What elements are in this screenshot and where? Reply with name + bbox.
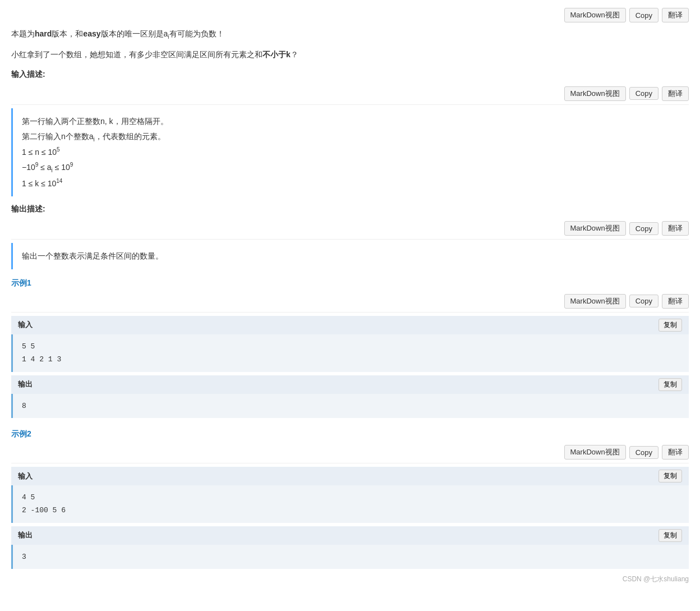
example2-input-copy-btn[interactable]: 复制 bbox=[658, 470, 682, 483]
example2-input-line2: 2 -100 5 6 bbox=[22, 504, 680, 517]
example1-input-label: 输入 bbox=[18, 320, 33, 330]
top-toolbar: MarkDown视图 Copy 翻译 bbox=[11, 6, 689, 27]
example2-output-body: 3 bbox=[11, 545, 689, 569]
intro-line2: 小红拿到了一个数组，她想知道，有多少非空区间满足区间所有元素之和不小于k？ bbox=[11, 48, 689, 62]
example2-input-line1: 4 5 bbox=[22, 491, 680, 504]
example1-output-header: 输出 复制 bbox=[11, 375, 689, 394]
top-markdown-btn[interactable]: MarkDown视图 bbox=[564, 8, 626, 22]
example1-input-line2: 1 4 2 1 3 bbox=[22, 353, 680, 366]
example2-toolbar: MarkDown视图 Copy 翻译 bbox=[11, 442, 689, 463]
input-markdown-btn[interactable]: MarkDown视图 bbox=[564, 86, 626, 101]
input-translate-btn[interactable]: 翻译 bbox=[662, 86, 689, 101]
example2-input-label: 输入 bbox=[18, 471, 33, 481]
example1-title: 示例1 bbox=[11, 278, 689, 288]
example2-translate-btn[interactable]: 翻译 bbox=[662, 445, 689, 460]
output-desc-toolbar: MarkDown视图 Copy 翻译 bbox=[11, 218, 689, 240]
example1-translate-btn[interactable]: 翻译 bbox=[662, 294, 689, 309]
example1-output-body: 8 bbox=[11, 394, 689, 418]
output-translate-btn[interactable]: 翻译 bbox=[662, 221, 689, 236]
page-container: MarkDown视图 Copy 翻译 本题为hard版本，和easy版本的唯一区… bbox=[0, 0, 700, 607]
example1-input-header: 输入 复制 bbox=[11, 316, 689, 334]
intro-line1: 本题为hard版本，和easy版本的唯一区别是ai有可能为负数！ bbox=[11, 29, 224, 38]
output-markdown-btn[interactable]: MarkDown视图 bbox=[564, 221, 626, 236]
example2-copy-btn[interactable]: Copy bbox=[629, 446, 658, 459]
example1-toolbar: MarkDown视图 Copy 翻译 bbox=[11, 291, 689, 313]
example1-input-copy-btn[interactable]: 复制 bbox=[658, 319, 682, 332]
intro-text: 本题为hard版本，和easy版本的唯一区别是ai有可能为负数！ bbox=[11, 27, 689, 42]
output-desc-text: 输出一个整数表示满足条件区间的数量。 bbox=[22, 251, 163, 260]
output-desc-content: 输出一个整数表示满足条件区间的数量。 bbox=[11, 243, 689, 269]
example1-output-value: 8 bbox=[22, 399, 680, 412]
example2-input-body: 4 5 2 -100 5 6 bbox=[11, 485, 689, 523]
input-desc-title: 输入描述: bbox=[11, 70, 689, 80]
example2-input-section: 输入 复制 4 5 2 -100 5 6 bbox=[11, 467, 689, 523]
example1-input-line1: 5 5 bbox=[22, 340, 680, 353]
top-translate-btn[interactable]: 翻译 bbox=[662, 8, 689, 22]
input-desc-content: 第一行输入两个正整数n, k，用空格隔开。 第二行输入n个整数ai，代表数组的元… bbox=[11, 108, 689, 196]
example1-copy-btn[interactable]: Copy bbox=[629, 295, 658, 307]
example1-output-copy-btn[interactable]: 复制 bbox=[658, 378, 682, 391]
top-copy-btn[interactable]: Copy bbox=[629, 8, 658, 22]
example1-output-label: 输出 bbox=[18, 379, 33, 389]
watermark: CSDN @七水shuliang bbox=[11, 575, 689, 584]
example2-title: 示例2 bbox=[11, 429, 689, 439]
example1-input-section: 输入 复制 5 5 1 4 2 1 3 bbox=[11, 316, 689, 372]
example1-markdown-btn[interactable]: MarkDown视图 bbox=[564, 294, 626, 309]
example2-output-header: 输出 复制 bbox=[11, 526, 689, 545]
output-desc-title: 输出描述: bbox=[11, 204, 689, 214]
example2-output-value: 3 bbox=[22, 550, 680, 563]
example2-input-header: 输入 复制 bbox=[11, 467, 689, 485]
example2-output-label: 输出 bbox=[18, 530, 33, 540]
example2-markdown-btn[interactable]: MarkDown视图 bbox=[564, 445, 626, 460]
example1-input-body: 5 5 1 4 2 1 3 bbox=[11, 334, 689, 372]
example2-output-section: 输出 复制 3 bbox=[11, 526, 689, 569]
input-copy-btn[interactable]: Copy bbox=[629, 87, 658, 100]
output-copy-btn[interactable]: Copy bbox=[629, 222, 658, 235]
example1-output-section: 输出 复制 8 bbox=[11, 375, 689, 418]
input-desc-toolbar: MarkDown视图 Copy 翻译 bbox=[11, 83, 689, 105]
example2-output-copy-btn[interactable]: 复制 bbox=[658, 529, 682, 542]
